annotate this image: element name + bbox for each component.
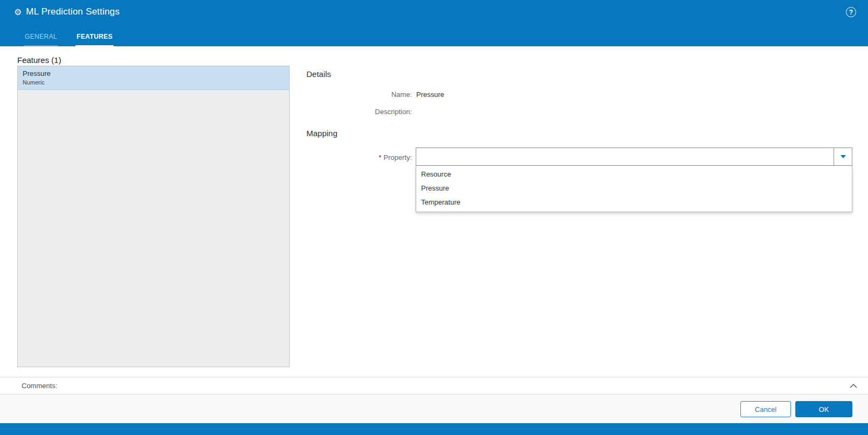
cancel-button[interactable]: Cancel — [740, 401, 791, 417]
property-combobox[interactable] — [416, 148, 852, 166]
description-label: Description: — [299, 108, 412, 116]
dialog-title: ML Prediction Settings — [26, 6, 120, 17]
chevron-up-icon — [850, 383, 857, 388]
name-value: Pressure — [416, 90, 444, 99]
name-label: Name: — [299, 90, 412, 99]
list-item[interactable]: Pressure Numeric — [18, 66, 289, 90]
header-title-row: ⚙ ML Prediction Settings — [14, 6, 120, 17]
features-list-title: Features (1) — [17, 55, 61, 65]
required-indicator: * — [379, 153, 381, 162]
comments-label: Comments: — [22, 382, 850, 390]
help-icon[interactable]: ? — [846, 7, 856, 17]
comments-bar: Comments: — [0, 377, 868, 395]
dropdown-option-temperature[interactable]: Temperature — [416, 195, 852, 209]
features-list[interactable]: Pressure Numeric — [17, 66, 290, 367]
details-section-heading: Details — [306, 69, 331, 79]
bottom-accent-strip — [0, 423, 868, 435]
property-label: Property: — [383, 153, 412, 162]
tab-features[interactable]: FEATURES — [75, 29, 114, 46]
mapping-section-heading: Mapping — [306, 129, 338, 138]
feature-type: Numeric — [23, 79, 284, 86]
property-combobox-toggle[interactable] — [834, 148, 852, 165]
dropdown-option-resource[interactable]: Resource — [416, 167, 852, 181]
ok-button[interactable]: OK — [795, 401, 852, 417]
property-dropdown-list[interactable]: Resource Pressure Temperature — [416, 166, 852, 212]
chevron-down-icon — [841, 155, 846, 158]
dialog-header: ⚙ ML Prediction Settings ? GENERAL FEATU… — [0, 0, 868, 46]
feature-name: Pressure — [23, 69, 284, 78]
tab-general[interactable]: GENERAL — [24, 29, 58, 46]
dropdown-option-pressure[interactable]: Pressure — [416, 181, 852, 195]
comments-collapse-button[interactable] — [850, 383, 857, 388]
tab-bar: GENERAL FEATURES — [24, 29, 114, 46]
settings-gear-icon: ⚙ — [14, 7, 22, 17]
property-label-row: *Property: — [299, 153, 412, 162]
help-icon-glyph: ? — [849, 9, 853, 16]
dialog-footer: Cancel OK — [0, 395, 868, 423]
property-combobox-value[interactable] — [416, 148, 834, 165]
